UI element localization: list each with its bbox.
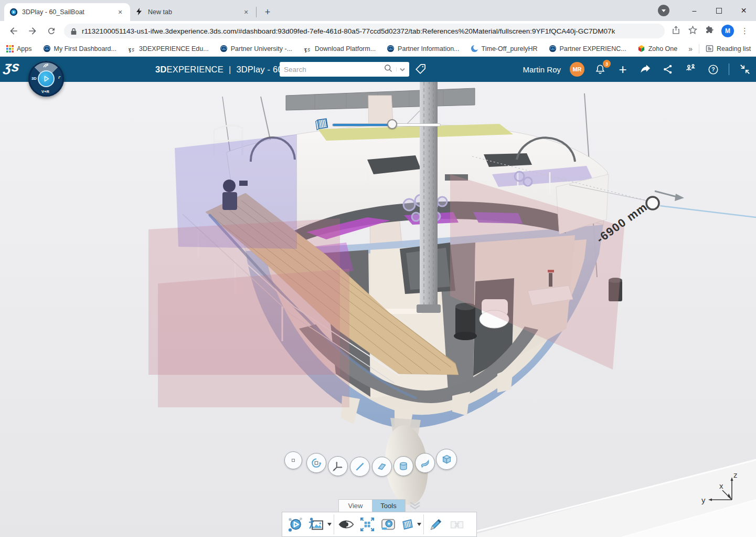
- toolbar-separator: [423, 514, 424, 534]
- tab-close-icon[interactable]: ✕: [241, 7, 251, 17]
- tab-close-icon[interactable]: ✕: [115, 7, 125, 17]
- bookmark-zoho-one[interactable]: Zoho One: [637, 45, 678, 52]
- 3ds-sphere-icon: [387, 45, 395, 52]
- 3d-viewport[interactable]: -6900 mm: [0, 82, 756, 537]
- brand-divider: |: [229, 65, 231, 75]
- bookmark-download-platform[interactable]: ʒs Download Platform...: [303, 45, 376, 52]
- section-tool-line-button[interactable]: [350, 457, 370, 477]
- compass-info-quadrant[interactable]: i': [58, 75, 60, 80]
- close-button[interactable]: ✕: [731, 3, 756, 18]
- section-plane-icon[interactable]: [314, 115, 329, 131]
- axis-y-label: y: [701, 496, 706, 504]
- reframe-button[interactable]: [357, 514, 378, 535]
- compass-play-button[interactable]: [38, 70, 55, 87]
- refresh-button[interactable]: [44, 24, 59, 38]
- section-slider-fill: [333, 124, 392, 126]
- bookmark-star-icon[interactable]: [688, 25, 698, 37]
- forward-button[interactable]: [25, 24, 40, 38]
- section-tool-box-button[interactable]: [436, 449, 457, 470]
- section-tool-axis-button[interactable]: [328, 456, 348, 476]
- 3dexperience-top-bar: ʒs 3DEXPERIENCE | 3DPlay - 60_SailBoat S…: [0, 57, 756, 82]
- tab-3dplay[interactable]: 3DPlay - 60_SailBoat ✕: [4, 3, 130, 21]
- capture-media-button[interactable]: [306, 514, 327, 535]
- 3ds-logo-icon: ʒs: [127, 45, 136, 52]
- 3dexperience-compass[interactable]: 3D i' V+R: [28, 61, 64, 97]
- capture-media-dropdown-caret[interactable]: [327, 523, 332, 526]
- add-content-button[interactable]: +: [616, 62, 630, 76]
- compass-3d-quadrant[interactable]: 3D: [31, 76, 37, 81]
- section-tool-cylinder-button[interactable]: [393, 456, 413, 476]
- extensions-puzzle-icon[interactable]: [705, 25, 715, 37]
- section-slider-track[interactable]: [332, 123, 441, 127]
- new-tab-button[interactable]: +: [261, 5, 274, 19]
- share-nodes-icon: [662, 64, 674, 75]
- reading-list-icon: [706, 45, 714, 52]
- minimize-button[interactable]: –: [682, 3, 707, 18]
- help-button[interactable]: ?: [706, 62, 720, 76]
- section-drag-handle[interactable]: [646, 197, 659, 209]
- section-dropdown-caret[interactable]: [417, 523, 422, 526]
- tab-tools[interactable]: Tools: [372, 500, 405, 512]
- section-button[interactable]: [399, 514, 417, 535]
- divider: [699, 44, 699, 54]
- collapse-view-button[interactable]: [738, 62, 752, 76]
- bookmark-timeoff[interactable]: Time-Off_purelyHR: [471, 45, 538, 52]
- header-actions: Martin Roy MR 3 + ?: [523, 57, 752, 82]
- forward-arrow-icon: [640, 64, 652, 76]
- browser-actions: M ⋮: [668, 25, 752, 37]
- notifications-button[interactable]: 3: [593, 62, 607, 76]
- maximize-icon: [716, 8, 722, 14]
- compass-vr-quadrant[interactable]: V+R: [41, 89, 49, 94]
- bookmark-my-first-dashboard[interactable]: My First Dashboard...: [43, 45, 116, 52]
- search-icon[interactable]: [384, 64, 393, 75]
- svg-text:s: s: [132, 47, 134, 52]
- annotate-pencil-button[interactable]: [425, 514, 446, 535]
- toolbar-collapse-chevron-icon[interactable]: [408, 501, 422, 512]
- toggle-visibility-button[interactable]: [336, 514, 357, 535]
- bookmark-partner-experience[interactable]: Partner EXPERIENC...: [549, 45, 626, 52]
- bookmark-label: Partner University -...: [231, 45, 292, 52]
- user-avatar[interactable]: MR: [570, 62, 584, 77]
- bookmark-apps[interactable]: Apps: [6, 45, 32, 52]
- section-tool-surface-button[interactable]: [415, 453, 435, 473]
- search-input[interactable]: Search: [280, 62, 409, 77]
- share-icon[interactable]: [671, 25, 681, 37]
- search-placeholder: Search: [284, 66, 384, 73]
- section-tool-point-button[interactable]: [284, 451, 302, 469]
- tab-search-button[interactable]: [658, 5, 669, 16]
- back-button[interactable]: [6, 24, 21, 38]
- bookmark-partner-university[interactable]: Partner University -...: [220, 45, 292, 52]
- lightning-icon: [135, 8, 144, 16]
- bookmark-label: Time-Off_purelyHR: [482, 45, 538, 52]
- zoho-cube-icon: [637, 45, 645, 52]
- share-button[interactable]: [661, 62, 675, 76]
- maximize-button[interactable]: [707, 3, 731, 18]
- 3dplay-media-button[interactable]: [285, 514, 306, 535]
- bookmark-3dexperience-edu[interactable]: ʒs 3DEXPERIENCE Edu...: [127, 45, 209, 52]
- tab-view[interactable]: View: [339, 500, 372, 512]
- user-name[interactable]: Martin Roy: [523, 65, 561, 74]
- reading-list-button[interactable]: Reading list: [706, 45, 751, 52]
- section-tool-rotate-button[interactable]: [306, 453, 326, 473]
- toolbar-separator: [334, 514, 334, 534]
- tab-newtab[interactable]: New tab ✕: [130, 3, 256, 21]
- bookmarks-overflow-chevron[interactable]: »: [688, 45, 693, 53]
- browser-window: 3DPlay - 60_SailBoat ✕ New tab ✕ + – ✕: [0, 0, 756, 537]
- tag-icon[interactable]: [414, 63, 427, 77]
- svg-text:s: s: [307, 47, 310, 52]
- browser-profile-avatar[interactable]: M: [721, 25, 734, 37]
- collaboration-button[interactable]: [684, 62, 697, 76]
- browser-menu-icon[interactable]: ⋮: [741, 26, 749, 36]
- bookmark-partner-information[interactable]: Partner Information...: [387, 45, 459, 52]
- lock-icon: [70, 27, 77, 35]
- measure-button[interactable]: [378, 514, 399, 535]
- search-options-chevron-icon[interactable]: [396, 68, 405, 71]
- axis-z-label: z: [733, 470, 738, 479]
- section-slider-handle[interactable]: [387, 119, 397, 129]
- bookmark-label: Apps: [17, 45, 32, 52]
- compass-social-icon[interactable]: [42, 63, 49, 69]
- address-bar[interactable]: r1132100051143-us1-ifwe.3dexperience.3ds…: [64, 24, 665, 38]
- share-forward-button[interactable]: [638, 62, 652, 76]
- section-tool-plane-button[interactable]: [372, 457, 392, 477]
- 3ds-sphere-icon: [549, 45, 557, 52]
